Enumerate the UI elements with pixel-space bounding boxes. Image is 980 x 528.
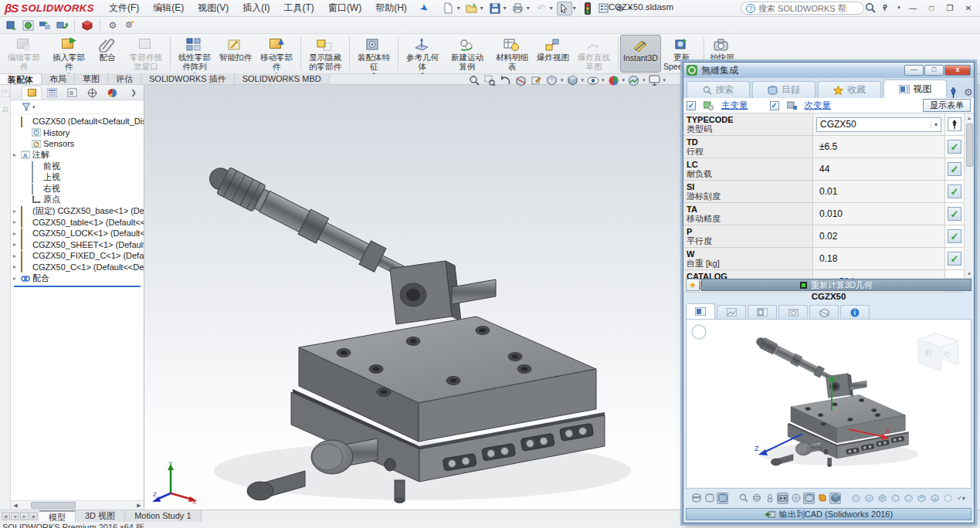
help-search-box[interactable]: ? bbox=[741, 2, 864, 15]
td-ok-button[interactable]: ✓ bbox=[948, 140, 961, 154]
tree-item-table[interactable]: ▸CGZX50_table<1> (Default<<Defa bbox=[11, 217, 144, 228]
secondary-variable-checkbox[interactable]: ✓ bbox=[770, 101, 779, 110]
tab-featuremanager[interactable] bbox=[22, 86, 42, 100]
menu-edit[interactable]: 编辑(E) bbox=[146, 0, 191, 16]
scroll-right-arrow[interactable]: ▶ bbox=[134, 501, 144, 509]
view-left-icon[interactable] bbox=[890, 492, 901, 504]
preview-tab-3d[interactable] bbox=[686, 303, 715, 319]
scroll-thumb[interactable] bbox=[31, 502, 76, 509]
preview-tab-info[interactable]: i bbox=[840, 305, 870, 319]
insert-component-button[interactable]: 插入零部件 ▾ bbox=[46, 35, 91, 73]
save-caret[interactable]: ▾ bbox=[504, 5, 510, 12]
preview-appearance-icon[interactable] bbox=[816, 492, 828, 504]
table-scroll-down[interactable]: ▾ bbox=[965, 269, 974, 278]
zoom-area-icon[interactable] bbox=[483, 74, 497, 86]
preview-3d-model[interactable]: 前 右 Y X Z bbox=[687, 320, 971, 488]
filter-caret[interactable]: ▾ bbox=[32, 104, 36, 110]
preview-tab-image[interactable] bbox=[717, 305, 746, 319]
new-motion-study-button[interactable]: 新建运动算例 bbox=[445, 35, 490, 73]
restore-document-button[interactable]: ❐ bbox=[941, 2, 958, 14]
menu-pin-icon[interactable]: ➤ bbox=[418, 1, 432, 15]
panel-titlebar[interactable]: 無縫集成 — □ x bbox=[683, 63, 974, 78]
tree-item-origin[interactable]: 原点 bbox=[11, 195, 144, 206]
collapsed-panel-icon-2[interactable] bbox=[2, 105, 9, 113]
import-part-icon[interactable] bbox=[5, 19, 17, 31]
tab-dimxpertmanager[interactable] bbox=[82, 86, 102, 100]
tab-propertymanager[interactable] bbox=[42, 86, 62, 100]
si-ok-button[interactable]: ✓ bbox=[948, 184, 961, 198]
show-hidden-components-button[interactable]: 显示隐藏的零部件 bbox=[303, 35, 348, 73]
section-view-icon[interactable] bbox=[514, 74, 527, 86]
app-help-caret[interactable]: ▾ bbox=[895, 2, 903, 14]
assembly-features-button[interactable]: 装配体特征 ▾ bbox=[351, 35, 396, 73]
tree-item-history[interactable]: History bbox=[11, 127, 144, 139]
preview-perspective-icon[interactable] bbox=[777, 492, 788, 504]
tab-assembly[interactable]: 装配体 bbox=[0, 73, 42, 84]
tree-item-front-plane[interactable]: 前视 bbox=[11, 161, 144, 172]
table-scroll-up[interactable]: ▴ bbox=[965, 113, 974, 122]
ta-ok-button[interactable]: ✓ bbox=[948, 207, 961, 221]
tree-item-sensors[interactable]: Sensors bbox=[11, 138, 144, 150]
maximize-button[interactable]: □ bbox=[923, 2, 940, 14]
tab-evaluate[interactable]: 评估 bbox=[108, 73, 141, 84]
view-settings-icon[interactable] bbox=[648, 74, 661, 86]
smart-fasteners-button[interactable]: 智能扣件 bbox=[217, 35, 254, 73]
preview-shaded-icon[interactable] bbox=[803, 492, 815, 504]
panel-tab-catalog[interactable]: 目録 bbox=[752, 81, 816, 98]
view-right-icon[interactable] bbox=[903, 492, 914, 504]
preview-shadow-icon[interactable] bbox=[829, 492, 841, 504]
tree-item-root[interactable]: CGZX50 (Default<Default_Display Stat bbox=[11, 116, 144, 127]
annotation-view-icon[interactable] bbox=[530, 74, 543, 86]
p-ok-button[interactable]: ✓ bbox=[948, 229, 961, 243]
section-x-icon[interactable] bbox=[690, 492, 702, 504]
explode-line-sketch-button[interactable]: 爆炸直线草图 bbox=[571, 35, 616, 73]
tab-scroll-buttons[interactable]: ◂| ◂ ▸ |▸ bbox=[0, 510, 39, 522]
edit-component-button[interactable]: 编辑零部件 bbox=[2, 35, 46, 73]
view-orientation-icon[interactable] bbox=[545, 74, 558, 86]
menu-tools[interactable]: 工具(T) bbox=[277, 0, 321, 16]
preview-pan-icon[interactable] bbox=[764, 492, 775, 504]
rollback-bar[interactable] bbox=[14, 286, 141, 287]
save-button[interactable] bbox=[487, 2, 503, 15]
lc-ok-button[interactable]: ✓ bbox=[948, 162, 961, 176]
panel-tab-favorites[interactable]: 收藏 bbox=[818, 81, 881, 98]
replace-components-icon[interactable] bbox=[39, 19, 51, 31]
undo-caret[interactable]: ▾ bbox=[550, 5, 556, 12]
help-search-input[interactable] bbox=[758, 4, 847, 13]
panel-tab-search[interactable]: 搜索 bbox=[687, 81, 750, 98]
previous-view-icon[interactable] bbox=[499, 74, 512, 86]
menu-file[interactable]: 文件(F) bbox=[102, 0, 146, 16]
preview-tab-drawing[interactable] bbox=[748, 305, 777, 319]
preview-tab-dimensions[interactable] bbox=[809, 305, 839, 319]
open-caret[interactable]: ▾ bbox=[480, 5, 487, 12]
component-preview-window-button[interactable]: 零部件预览窗口 bbox=[124, 35, 168, 73]
tree-item-base[interactable]: ▸(固定) CGZX50_base<1> (Default< bbox=[11, 205, 144, 217]
panel-maximize-button[interactable]: □ bbox=[924, 65, 944, 76]
table-scroll-thumb[interactable] bbox=[966, 124, 973, 167]
collapsed-panel-icon-1[interactable] bbox=[2, 90, 9, 97]
section-y-icon[interactable] bbox=[704, 492, 715, 504]
menu-insert[interactable]: 插入(I) bbox=[236, 0, 276, 16]
bom-button[interactable]: 材料明细表 bbox=[490, 35, 534, 73]
edit-appearance-icon[interactable] bbox=[607, 74, 620, 86]
typecode-pin-button[interactable] bbox=[948, 117, 961, 131]
reference-geometry-button[interactable]: 参考几何体 ▾ bbox=[400, 35, 445, 73]
red-box-tool-icon[interactable] bbox=[81, 19, 93, 31]
model-preview-area[interactable]: 前 右 Y X Z bbox=[686, 319, 972, 489]
view-top-icon[interactable] bbox=[916, 492, 927, 504]
scroll-left-arrow[interactable]: ◀ bbox=[11, 501, 20, 509]
zoom-fit-icon[interactable] bbox=[468, 74, 481, 86]
w-ok-button[interactable]: ✓ bbox=[948, 252, 961, 266]
tab-model[interactable]: 模型 bbox=[39, 510, 76, 522]
panel-minimize-button[interactable]: — bbox=[904, 65, 924, 76]
tree-item-right-plane[interactable]: 右视 bbox=[11, 183, 144, 195]
pin-icon[interactable] bbox=[949, 87, 958, 98]
print-caret[interactable]: ▾ bbox=[527, 5, 533, 12]
secondary-variable-link[interactable]: 次变量 bbox=[805, 100, 832, 111]
new-document-button[interactable] bbox=[441, 2, 456, 15]
close-button[interactable]: ✕ bbox=[960, 2, 977, 14]
gear-spark-icon[interactable]: ⚙✦ bbox=[124, 19, 136, 31]
tree-filter-row[interactable]: ▾ bbox=[11, 100, 144, 114]
linear-pattern-button[interactable]: 线性零部件阵列 ▾ bbox=[172, 35, 217, 73]
panel-tab-view[interactable]: 视图 bbox=[883, 80, 947, 98]
